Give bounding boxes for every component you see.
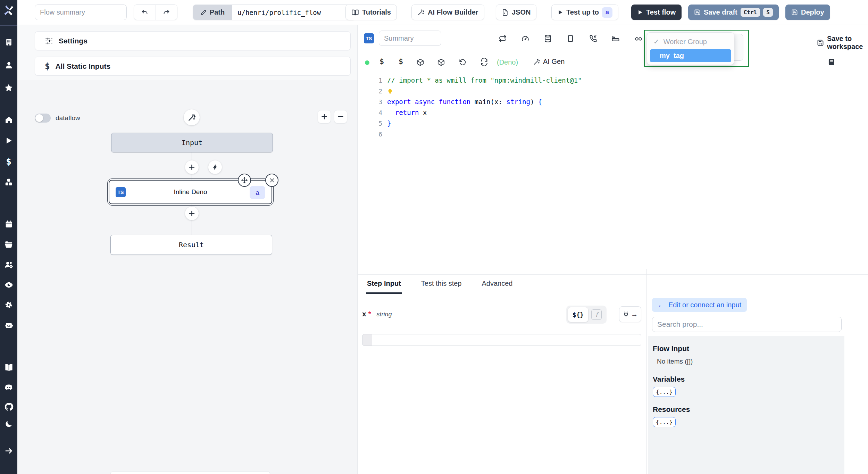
field-type: string bbox=[376, 311, 392, 318]
package-icon[interactable] bbox=[437, 58, 445, 66]
test-up-to-step-badge: a bbox=[602, 7, 612, 18]
schedules-calendar-icon[interactable] bbox=[0, 214, 17, 234]
flow-panel: Settings $ All Static Inputs dataflow In… bbox=[17, 25, 358, 474]
github-icon[interactable] bbox=[0, 398, 17, 416]
worker-group-option-my-tag[interactable]: my_tag bbox=[650, 49, 731, 62]
prop-picker-panel: Flow Input No items ([]) Variables {...}… bbox=[648, 336, 844, 474]
cache-database-icon[interactable] bbox=[544, 34, 552, 43]
expand-rail-arrow-icon[interactable] bbox=[0, 440, 17, 461]
deploy-label: Deploy bbox=[801, 8, 824, 16]
language-hint: (Deno) bbox=[497, 58, 518, 66]
ai-gen-button[interactable]: AI Gen bbox=[533, 58, 565, 66]
concurrency-gauge-icon[interactable] bbox=[521, 34, 529, 43]
groups-users-icon[interactable] bbox=[0, 255, 17, 275]
flow-summary-input[interactable] bbox=[35, 5, 127, 20]
reset-rotate-ccw-icon[interactable] bbox=[459, 58, 467, 66]
undo-button[interactable] bbox=[134, 5, 156, 20]
delete-step-button[interactable] bbox=[265, 174, 278, 187]
resources-cubes-icon[interactable] bbox=[0, 172, 17, 193]
test-up-to-button[interactable]: Test up to a bbox=[551, 5, 618, 20]
runs-play-icon[interactable] bbox=[0, 130, 17, 151]
connect-input-plug-button[interactable]: → bbox=[619, 306, 641, 322]
tutorials-button[interactable]: Tutorials bbox=[345, 5, 397, 20]
ai-wand-button[interactable] bbox=[184, 109, 200, 125]
typescript-badge: TS bbox=[364, 33, 374, 43]
refresh-icon[interactable] bbox=[480, 58, 488, 66]
windmill-logo[interactable] bbox=[0, 2, 17, 19]
loop-infinity-icon[interactable] bbox=[634, 34, 643, 43]
code-gutter: 123456 bbox=[358, 75, 382, 140]
step-node-label: Inline Deno bbox=[174, 188, 207, 196]
ai-robot-icon[interactable] bbox=[0, 315, 17, 335]
package-icon[interactable] bbox=[416, 58, 424, 66]
flow-node-result[interactable]: Result bbox=[110, 235, 272, 255]
mock-square-icon[interactable] bbox=[566, 34, 575, 43]
workspace-icon[interactable] bbox=[0, 31, 17, 53]
resources-object-chip[interactable]: {...} bbox=[653, 417, 676, 427]
redo-button[interactable] bbox=[156, 5, 177, 20]
json-button[interactable]: JSON bbox=[496, 5, 536, 20]
divider bbox=[646, 269, 647, 474]
add-step-button[interactable] bbox=[185, 207, 199, 220]
edit-or-connect-button[interactable]: ← Edit or connect an input bbox=[652, 298, 747, 312]
flow-graph[interactable]: dataflow Input TS Inline Deno a bbox=[17, 80, 357, 474]
tab-advanced[interactable]: Advanced bbox=[481, 275, 513, 294]
flow-settings-button[interactable]: Settings bbox=[35, 31, 351, 50]
expr-mode-button[interactable]: ${} bbox=[568, 307, 588, 322]
dark-mode-moon-icon[interactable] bbox=[0, 416, 17, 432]
zoom-out-button[interactable] bbox=[334, 110, 347, 123]
folders-icon[interactable] bbox=[0, 234, 17, 255]
path-button[interactable]: Path u/henri/prolific_flow bbox=[193, 5, 356, 20]
deploy-button[interactable]: Deploy bbox=[785, 5, 830, 20]
error-handler-node[interactable]: Error Handler bbox=[110, 471, 270, 474]
required-asterisk: * bbox=[368, 310, 371, 318]
variables-dollar-icon[interactable]: $ bbox=[0, 151, 17, 172]
ai-flow-builder-button[interactable]: AI Flow Builder bbox=[411, 5, 484, 20]
tab-step-input[interactable]: Step Input bbox=[366, 275, 402, 294]
retry-icon[interactable] bbox=[499, 34, 507, 43]
static-inputs-dollar-icon[interactable]: $ bbox=[379, 57, 384, 66]
dollar-icon: $ bbox=[45, 61, 50, 71]
sleep-bed-icon[interactable] bbox=[611, 34, 620, 43]
save-draft-button[interactable]: Save draft Ctrl S bbox=[688, 5, 779, 20]
audit-eye-icon[interactable] bbox=[0, 275, 17, 295]
fn-mode-button[interactable]: f bbox=[591, 309, 602, 320]
add-trigger-bolt-button[interactable] bbox=[208, 160, 222, 174]
zoom-in-button[interactable] bbox=[318, 110, 331, 123]
result-node-label: Result bbox=[179, 241, 204, 249]
field-label-row: x * string bbox=[362, 310, 392, 318]
sliders-icon bbox=[45, 37, 53, 45]
ai-gen-label: AI Gen bbox=[543, 58, 565, 66]
worker-group-label: Worker Group bbox=[663, 38, 707, 46]
settings-gear-icon[interactable] bbox=[0, 295, 17, 315]
home-icon[interactable] bbox=[0, 109, 17, 130]
user-icon[interactable] bbox=[0, 53, 17, 76]
move-step-button[interactable] bbox=[238, 174, 251, 187]
docs-book-icon[interactable] bbox=[0, 357, 17, 377]
suspend-phone-icon[interactable] bbox=[589, 34, 597, 43]
test-flow-button[interactable]: Test flow bbox=[631, 5, 682, 20]
field-value-input[interactable] bbox=[362, 334, 641, 346]
typescript-badge: TS bbox=[116, 187, 126, 197]
tab-test-this-step[interactable]: Test this step bbox=[420, 275, 462, 294]
dataflow-toggle[interactable] bbox=[35, 114, 51, 123]
step-summary-input[interactable] bbox=[379, 31, 441, 46]
save-to-workspace-label: Save to workspace bbox=[827, 35, 868, 51]
script-library-icon[interactable] bbox=[828, 58, 835, 66]
discord-icon[interactable] bbox=[0, 377, 17, 398]
search-prop-input[interactable] bbox=[652, 317, 842, 332]
save-to-workspace-button[interactable]: Save to workspace bbox=[817, 35, 868, 51]
favorites-star-icon[interactable] bbox=[0, 76, 17, 99]
variables-dollar-icon[interactable]: $ bbox=[399, 57, 403, 66]
worker-group-dropdown: ✓ Worker Group my_tag bbox=[644, 30, 749, 67]
path-label: Path bbox=[210, 8, 225, 16]
json-label: JSON bbox=[512, 8, 531, 16]
code-lines[interactable]: // import * as wmill from "npm:windmill-… bbox=[387, 75, 582, 140]
tutorials-label: Tutorials bbox=[362, 8, 391, 16]
lightbulb-code-action-icon[interactable] bbox=[387, 86, 393, 97]
flow-node-input[interactable]: Input bbox=[111, 133, 273, 152]
all-static-inputs-button[interactable]: $ All Static Inputs bbox=[35, 57, 351, 76]
step-editor-panel: TS Save to workspace $ $ (Deno) AI Gen 1… bbox=[358, 25, 868, 474]
variables-object-chip[interactable]: {...} bbox=[653, 387, 676, 397]
add-step-button[interactable] bbox=[185, 160, 199, 174]
